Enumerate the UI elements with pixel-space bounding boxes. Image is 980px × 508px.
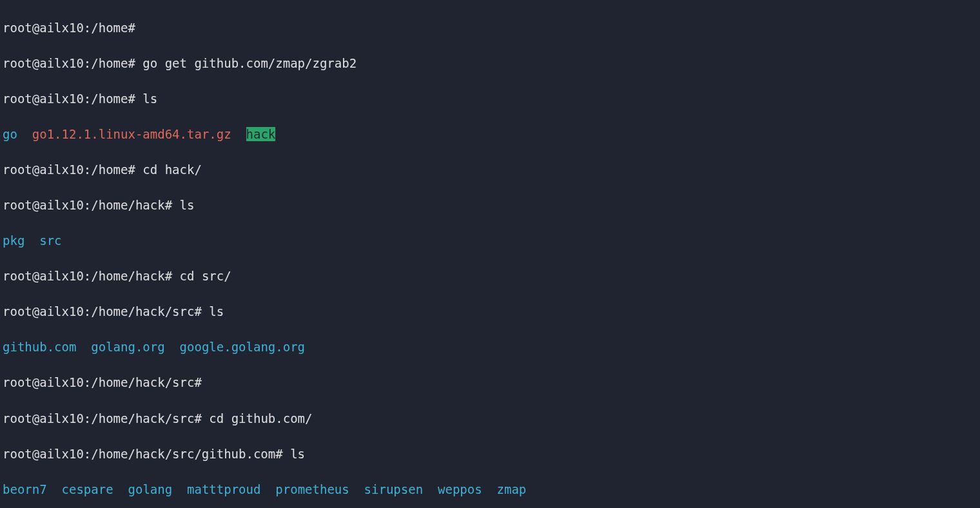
prompt-home: root@ailx10:/home# xyxy=(3,21,135,35)
terminal[interactable]: root@ailx10:/home# root@ailx10:/home# go… xyxy=(0,0,980,508)
dir-google-golang-org: google.golang.org xyxy=(180,340,305,354)
dir-golang-org: golang.org xyxy=(91,340,164,354)
dir-github-com: github.com xyxy=(3,340,76,354)
ls-output-home: go go1.12.1.linux-amd64.tar.gz hack xyxy=(3,126,977,144)
ls-output-hack: pkg src xyxy=(3,232,977,250)
dir-pkg: pkg xyxy=(3,233,24,248)
terminal-line: root@ailx10:/home/hack# cd src/ xyxy=(3,268,977,286)
dir-go: go xyxy=(3,127,17,141)
prompt-src: root@ailx10:/home/hack/src# xyxy=(3,375,202,389)
dir-golang: golang xyxy=(128,482,173,496)
ls-output-src: github.com golang.org google.golang.org xyxy=(3,338,977,357)
dir-zmap: zmap xyxy=(497,482,527,496)
dir-matttproud: matttproud xyxy=(187,482,260,496)
prompt-github: root@ailx10:/home/hack/src/github.com# xyxy=(3,447,283,461)
prompt-home: root@ailx10:/home# xyxy=(3,162,135,177)
terminal-line: root@ailx10:/home/hack/src/github.com# l… xyxy=(3,445,977,464)
dir-src: src xyxy=(39,233,61,248)
cmd-cd-src: cd src/ xyxy=(180,269,231,283)
dir-beorn7: beorn7 xyxy=(3,482,47,496)
prompt-hack: root@ailx10:/home/hack# xyxy=(3,269,172,283)
dir-sirupsen: sirupsen xyxy=(364,482,424,496)
cmd-ls: ls xyxy=(290,447,305,461)
terminal-line: root@ailx10:/home# cd hack/ xyxy=(3,161,977,179)
cmd-ls: ls xyxy=(209,304,224,318)
dir-prometheus: prometheus xyxy=(275,482,349,496)
prompt-src: root@ailx10:/home/hack/src# xyxy=(3,411,202,425)
prompt-home: root@ailx10:/home# xyxy=(3,92,135,106)
terminal-line: root@ailx10:/home# xyxy=(3,19,977,37)
cmd-go-get: go get github.com/zmap/zgrab2 xyxy=(142,56,357,70)
cmd-ls: ls xyxy=(180,198,195,212)
terminal-line: root@ailx10:/home# go get github.com/zma… xyxy=(3,55,977,73)
ls-output-github: beorn7 cespare golang matttproud prometh… xyxy=(3,481,977,499)
cmd-cd-github: cd github.com/ xyxy=(209,411,312,425)
terminal-line: root@ailx10:/home/hack/src# cd github.co… xyxy=(3,410,977,428)
file-go-tar: go1.12.1.linux-amd64.tar.gz xyxy=(32,127,231,141)
dir-hack: hack xyxy=(246,127,276,141)
terminal-line: root@ailx10:/home/hack/src# xyxy=(3,374,977,392)
dir-weppos: weppos xyxy=(438,482,482,496)
prompt-home: root@ailx10:/home# xyxy=(3,56,135,70)
terminal-line: root@ailx10:/home# ls xyxy=(3,90,977,108)
terminal-line: root@ailx10:/home/hack# ls xyxy=(3,197,977,215)
prompt-hack: root@ailx10:/home/hack# xyxy=(3,198,172,212)
dir-cespare: cespare xyxy=(62,482,113,496)
cmd-cd-hack: cd hack/ xyxy=(142,162,202,177)
cmd-ls: ls xyxy=(142,92,157,106)
terminal-line: root@ailx10:/home/hack/src# ls xyxy=(3,303,977,321)
prompt-src: root@ailx10:/home/hack/src# xyxy=(3,304,202,318)
